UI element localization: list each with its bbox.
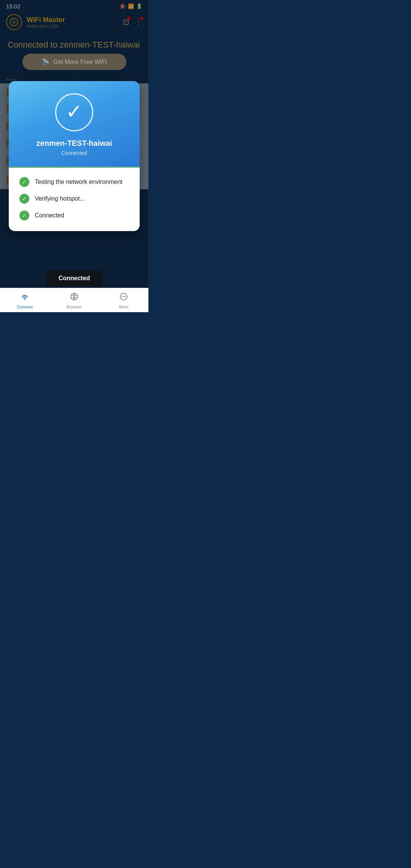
nav-item-connect[interactable]: Connect — [0, 288, 49, 312]
check-text-2: Verifying hotspot... — [35, 195, 85, 202]
svg-point-7 — [122, 296, 123, 297]
svg-point-2 — [24, 298, 25, 300]
toast-text: Connected — [59, 275, 90, 281]
connection-modal: ✓ zenmen-TEST-haiwai Connected ✓ Testing… — [9, 81, 139, 231]
check-text-3: Connected — [35, 212, 64, 219]
modal-bottom: ✓ Testing the network environment ✓ Veri… — [9, 168, 139, 231]
check-icon: ✓ — [66, 102, 83, 121]
green-check-icon-1: ✓ — [19, 177, 29, 187]
svg-point-9 — [125, 296, 126, 297]
browser-nav-icon — [70, 292, 79, 303]
svg-point-8 — [123, 296, 124, 297]
green-check-icon-2: ✓ — [19, 194, 29, 204]
modal-connected-label: Connected — [61, 150, 87, 156]
check-item-3: ✓ Connected — [19, 211, 129, 220]
success-circle: ✓ — [55, 93, 93, 131]
modal-ssid: zenmen-TEST-haiwai — [37, 139, 112, 148]
check-item-1: ✓ Testing the network environment — [19, 177, 129, 187]
modal-top: ✓ zenmen-TEST-haiwai Connected — [9, 81, 139, 167]
modal-overlay[interactable]: ✓ zenmen-TEST-haiwai Connected ✓ Testing… — [0, 0, 148, 312]
more-nav-label: More — [119, 305, 128, 309]
check-item-2: ✓ Verifying hotspot... — [19, 194, 129, 204]
toast-connected: Connected — [46, 270, 102, 286]
bottom-nav: Connect Browser More — [0, 288, 148, 312]
check-text-1: Testing the network environment — [35, 179, 122, 185]
nav-item-more[interactable]: More — [99, 288, 148, 312]
green-check-icon-3: ✓ — [19, 211, 29, 220]
connect-nav-icon — [20, 292, 29, 303]
nav-item-browser[interactable]: Browser — [49, 288, 99, 312]
more-nav-icon — [119, 292, 128, 303]
connect-nav-label: Connect — [17, 305, 33, 309]
browser-nav-label: Browser — [67, 305, 82, 309]
